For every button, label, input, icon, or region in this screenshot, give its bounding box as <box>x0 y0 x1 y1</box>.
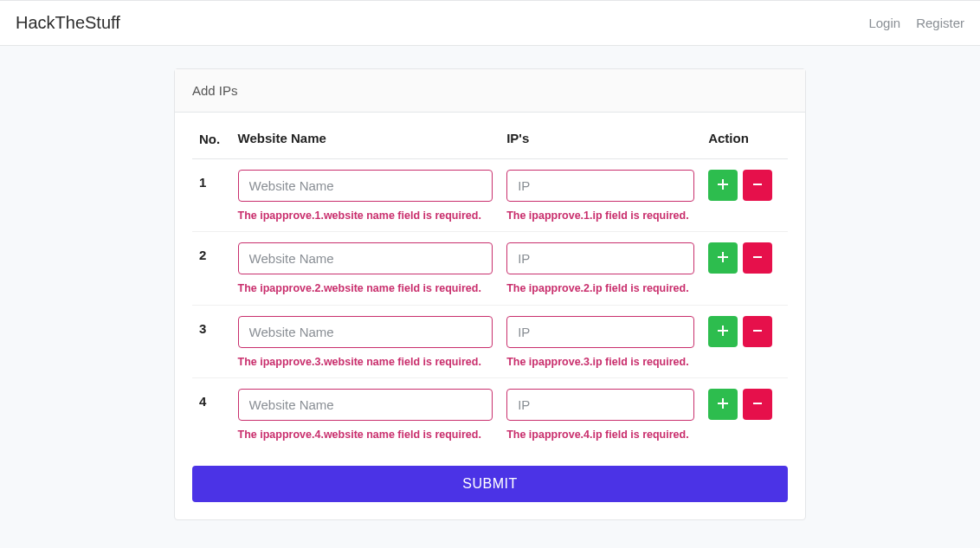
remove-row-button[interactable] <box>743 389 772 420</box>
th-ip: IP's <box>500 116 701 159</box>
ip-input[interactable] <box>506 242 694 274</box>
svg-rect-2 <box>753 184 762 185</box>
action-buttons <box>708 170 781 201</box>
plus-icon <box>717 324 729 339</box>
website-name-error: The ipapprove.4.website name field is re… <box>238 428 493 442</box>
login-link[interactable]: Login <box>868 16 900 30</box>
register-link[interactable]: Register <box>916 16 964 30</box>
ip-error: The ipapprove.4.ip field is required. <box>506 428 694 442</box>
brand-title[interactable]: HackTheStuff <box>16 13 120 33</box>
row-number: 4 <box>192 377 231 450</box>
navbar: HackTheStuff Login Register <box>0 0 980 46</box>
action-buttons <box>708 389 781 420</box>
th-no: No. <box>192 116 231 159</box>
minus-icon <box>751 250 764 266</box>
svg-rect-7 <box>718 330 728 332</box>
ip-table: No. Website Name IP's Action 1 The ipapp… <box>192 116 788 450</box>
card-title: Add IPs <box>175 69 805 113</box>
ip-input[interactable] <box>506 316 694 348</box>
row-number: 1 <box>192 159 231 232</box>
nav-links: Login Register <box>868 16 964 30</box>
website-name-input[interactable] <box>238 389 493 421</box>
svg-rect-4 <box>718 256 728 258</box>
svg-rect-8 <box>753 330 762 332</box>
website-name-error: The ipapprove.1.website name field is re… <box>238 209 493 222</box>
website-name-error: The ipapprove.3.website name field is re… <box>238 355 493 369</box>
add-row-button[interactable] <box>708 242 738 274</box>
minus-icon <box>751 324 764 339</box>
ip-error: The ipapprove.3.ip field is required. <box>506 355 694 369</box>
plus-icon <box>717 177 729 193</box>
plus-icon <box>717 250 729 266</box>
action-buttons <box>708 242 781 274</box>
ip-error: The ipapprove.2.ip field is required. <box>506 281 694 295</box>
ip-error: The ipapprove.1.ip field is required. <box>506 209 694 222</box>
add-row-button[interactable] <box>708 170 738 201</box>
table-row: 1 The ipapprove.1.website name field is … <box>192 159 788 232</box>
table-row: 2 The ipapprove.2.website name field is … <box>192 232 788 305</box>
action-buttons <box>708 316 781 347</box>
add-row-button[interactable] <box>708 389 738 420</box>
ip-input[interactable] <box>506 170 694 202</box>
plus-icon <box>717 396 729 412</box>
website-name-error: The ipapprove.2.website name field is re… <box>238 281 493 295</box>
row-number: 2 <box>192 232 231 305</box>
row-number: 3 <box>192 305 231 377</box>
table-row: 4 The ipapprove.4.website name field is … <box>192 377 788 450</box>
website-name-input[interactable] <box>238 242 493 274</box>
remove-row-button[interactable] <box>743 316 772 347</box>
remove-row-button[interactable] <box>743 170 772 201</box>
minus-icon <box>751 177 764 193</box>
card-body: No. Website Name IP's Action 1 The ipapp… <box>175 116 805 519</box>
remove-row-button[interactable] <box>743 242 772 274</box>
add-row-button[interactable] <box>708 316 738 347</box>
website-name-input[interactable] <box>238 316 493 348</box>
minus-icon <box>751 396 764 412</box>
svg-rect-11 <box>753 403 762 404</box>
svg-rect-10 <box>718 403 728 404</box>
table-row: 3 The ipapprove.3.website name field is … <box>192 305 788 377</box>
th-website: Website Name <box>231 116 500 159</box>
add-ips-card: Add IPs No. Website Name IP's Action 1 T… <box>174 68 806 520</box>
th-action: Action <box>701 116 788 159</box>
website-name-input[interactable] <box>238 170 493 202</box>
svg-rect-1 <box>718 184 728 185</box>
submit-button[interactable]: SUBMIT <box>192 466 788 502</box>
ip-input[interactable] <box>506 389 694 421</box>
main-container: Add IPs No. Website Name IP's Action 1 T… <box>174 68 806 520</box>
svg-rect-5 <box>753 256 762 258</box>
